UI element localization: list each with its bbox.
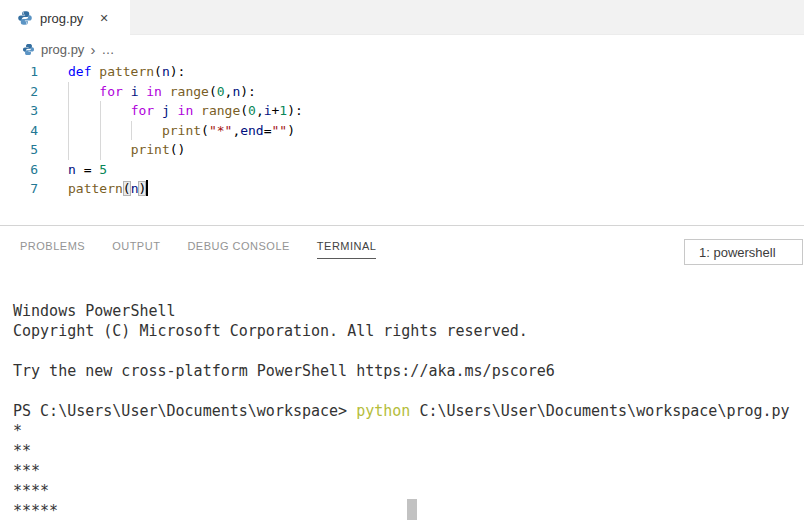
line-number: 3	[0, 101, 38, 121]
code-lines: 1def pattern(n):2 for i in range(0,n):3 …	[0, 62, 804, 199]
panel-tab-problems[interactable]: PROBLEMS	[20, 240, 85, 259]
terminal-line	[13, 381, 793, 401]
terminal-line: **	[13, 441, 793, 461]
code-line-text: pattern(n)	[68, 179, 148, 199]
panel-tab-terminal[interactable]: TERMINAL	[317, 240, 377, 259]
code-line-text: print()	[68, 140, 185, 160]
terminal-line: PS C:\Users\User\Documents\workspace> py…	[13, 401, 793, 421]
indent-guide	[131, 121, 132, 141]
panel-tab-bar: PROBLEMSOUTPUTDEBUG CONSOLETERMINAL	[20, 240, 376, 259]
terminal-line: ****	[13, 481, 793, 501]
python-icon	[22, 43, 35, 56]
scrollbar-thumb[interactable]	[407, 499, 417, 520]
terminal-output[interactable]: Windows PowerShellCopyright (C) Microsof…	[13, 301, 793, 520]
terminal-line: ***	[13, 461, 793, 481]
code-line[interactable]: 2 for i in range(0,n):	[0, 82, 804, 102]
code-line[interactable]: 3 for j in range(0,i+1):	[0, 101, 804, 121]
code-line[interactable]: 4 print("*",end="")	[0, 121, 804, 141]
close-icon[interactable]: ✕	[99, 13, 108, 24]
code-line-text: print("*",end="")	[68, 121, 295, 141]
terminal-line: *	[13, 421, 793, 441]
terminal-line: Copyright (C) Microsoft Corporation. All…	[13, 321, 793, 341]
line-number: 5	[0, 140, 38, 160]
code-editor[interactable]: 1def pattern(n):2 for i in range(0,n):3 …	[0, 62, 804, 225]
code-line[interactable]: 6n = 5	[0, 160, 804, 180]
tab-prog-py[interactable]: prog.py ✕	[0, 0, 130, 36]
code-line-text: n = 5	[68, 160, 107, 180]
terminal-line: Try the new cross-platform PowerShell ht…	[13, 361, 793, 381]
panel-divider	[0, 225, 804, 226]
terminal-select[interactable]: 1: powershell	[684, 239, 803, 265]
terminal-line	[13, 341, 793, 361]
line-number: 7	[0, 179, 38, 199]
text-cursor	[146, 180, 148, 196]
code-line[interactable]: 5 print()	[0, 140, 804, 160]
breadcrumb: prog.py › …	[22, 38, 114, 60]
breadcrumb-more[interactable]: …	[101, 42, 114, 57]
code-line[interactable]: 1def pattern(n):	[0, 62, 804, 82]
panel-tab-debug-console[interactable]: DEBUG CONSOLE	[187, 240, 289, 259]
line-number: 6	[0, 160, 38, 180]
code-line-text: for i in range(0,n):	[68, 82, 256, 102]
code-line-text: for j in range(0,i+1):	[68, 101, 303, 121]
terminal-select-value: 1: powershell	[699, 245, 776, 260]
indent-guide	[68, 82, 69, 160]
python-icon	[17, 10, 33, 26]
panel-tab-output[interactable]: OUTPUT	[112, 240, 160, 259]
code-line[interactable]: 7pattern(n)	[0, 179, 804, 199]
terminal-line: *****	[13, 501, 793, 520]
tab-label: prog.py	[40, 11, 83, 26]
line-number: 1	[0, 62, 38, 82]
terminal-line: Windows PowerShell	[13, 301, 793, 321]
vscode-window: prog.py ✕ prog.py › … 1def pattern(n):2 …	[0, 0, 804, 520]
code-line-text: def pattern(n):	[68, 62, 185, 82]
indent-guide	[100, 101, 101, 160]
line-number: 2	[0, 82, 38, 102]
chevron-right-icon: ›	[90, 41, 95, 58]
breadcrumb-file[interactable]: prog.py	[41, 42, 84, 57]
editor-tab-bar: prog.py ✕	[0, 0, 804, 35]
line-number: 4	[0, 121, 38, 141]
